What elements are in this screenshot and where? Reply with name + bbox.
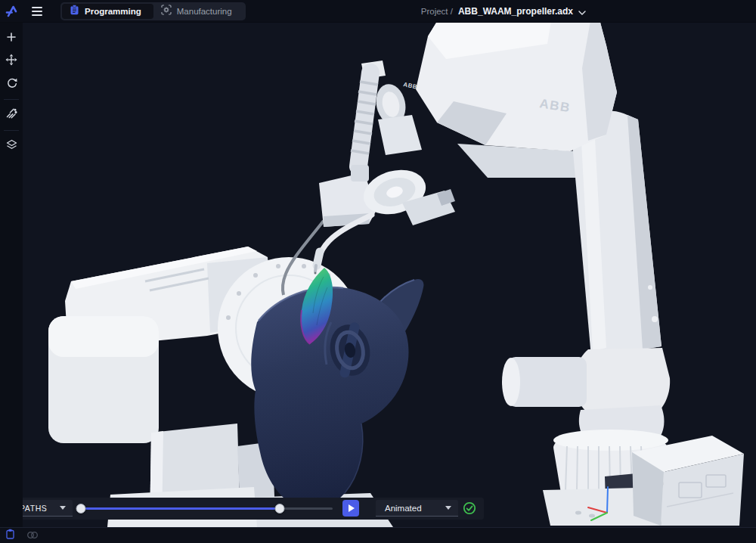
chevron-down-icon: [445, 506, 451, 510]
chevron-down-icon: [60, 506, 66, 510]
layers-icon: [6, 139, 17, 154]
tab-programming[interactable]: Programming: [62, 4, 153, 19]
3d-viewport[interactable]: ABB ABB: [23, 23, 756, 527]
linked-circles-icon: [26, 529, 39, 542]
slider-track[interactable]: [81, 507, 333, 510]
gear-target-icon: [161, 5, 172, 18]
move-tool-button[interactable]: [2, 51, 21, 71]
statusbar-clipboard-button[interactable]: [6, 529, 14, 542]
abb-robot-arm: ABB ABB: [373, 23, 744, 526]
path-range-slider: [81, 498, 333, 520]
statusbar-link-toggle[interactable]: [26, 529, 39, 542]
check-circle-icon: [463, 504, 476, 517]
toolpath-icon: [5, 107, 17, 123]
plus-icon: [6, 32, 17, 45]
clipboard-icon: [70, 5, 79, 18]
tab-manufacturing[interactable]: Manufacturing: [153, 4, 244, 19]
add-tool-button[interactable]: [2, 29, 21, 48]
waam-scene: ABB ABB: [23, 23, 756, 527]
propeller-workpiece: [251, 268, 423, 510]
move-icon: [5, 54, 17, 69]
menu-icon[interactable]: [32, 6, 44, 17]
project-prefix-label: Project /: [421, 7, 453, 16]
mode-tabs: Programming Manufacturing: [60, 2, 246, 20]
slider-end-handle[interactable]: [275, 504, 285, 514]
play-button[interactable]: [342, 500, 359, 517]
left-toolbar: [0, 23, 23, 527]
slider-fill: [81, 507, 280, 510]
project-name-label: ABB_WAAM_propeller.adx: [458, 6, 573, 17]
layers-tool-button[interactable]: [2, 136, 21, 156]
playback-panel: PATHS Animated: [6, 498, 484, 520]
toolbar-divider: [4, 99, 19, 100]
toolpaths-tool-button[interactable]: [2, 105, 21, 125]
project-selector[interactable]: Project / ABB_WAAM_propeller.adx: [421, 0, 586, 23]
animation-mode-dropdown[interactable]: Animated: [376, 500, 458, 517]
rotate-icon: [6, 77, 17, 92]
play-icon: [349, 504, 355, 512]
rotate-tool-button[interactable]: [2, 74, 21, 94]
toolbar-divider: [4, 130, 19, 131]
paths-dropdown-value: PATHS: [20, 504, 47, 513]
clipboard-icon: [6, 529, 14, 542]
robot-controller-box: [632, 436, 744, 526]
tab-manufacturing-label: Manufacturing: [177, 7, 232, 16]
top-bar: Programming Manufacturing: [0, 0, 756, 23]
validation-status-button[interactable]: [463, 501, 476, 515]
app-logo-icon: [5, 4, 23, 19]
animation-mode-value: Animated: [385, 504, 422, 513]
status-bar: [0, 527, 756, 543]
slider-start-handle[interactable]: [76, 504, 86, 514]
abb-brand-label-small: ABB: [403, 81, 418, 91]
app-window: Programming Manufacturing: [0, 0, 756, 543]
tab-programming-label: Programming: [85, 7, 141, 16]
chevron-down-icon: [578, 5, 586, 18]
